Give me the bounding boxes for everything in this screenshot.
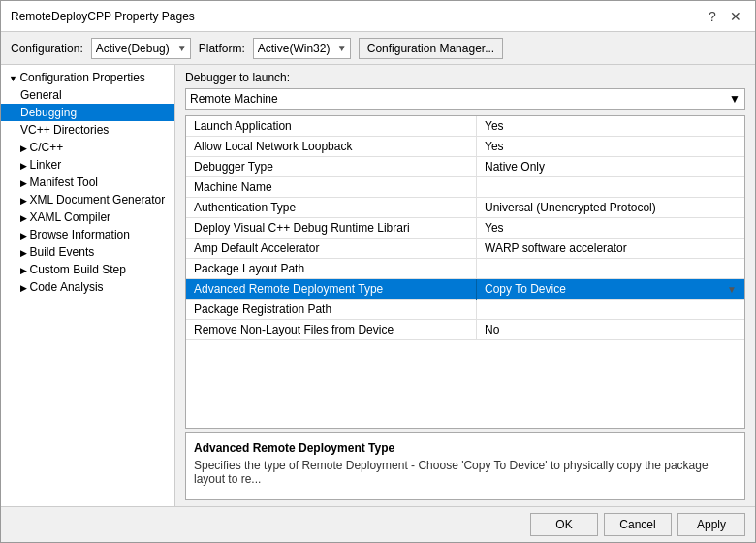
sidebar-item-xaml[interactable]: XAML Compiler: [1, 208, 174, 226]
prop-name: Package Layout Path: [186, 259, 477, 279]
properties-table-wrapper: Launch ApplicationYesAllow Local Network…: [185, 115, 745, 429]
main-window: RemoteDeployCPP Property Pages ? ✕ Confi…: [0, 0, 756, 543]
prop-name: Machine Name: [186, 177, 477, 198]
table-row[interactable]: Package Registration Path: [186, 300, 744, 320]
table-row[interactable]: Allow Local Network LoopbackYes: [186, 137, 744, 157]
help-button[interactable]: ?: [703, 7, 722, 26]
prop-value: No: [477, 320, 744, 340]
config-manager-button[interactable]: Configuration Manager...: [359, 38, 503, 59]
description-title: Advanced Remote Deployment Type: [194, 441, 737, 455]
sidebar-item-xml-doc[interactable]: XML Document Generator: [1, 191, 174, 208]
prop-name: Debugger Type: [186, 157, 477, 177]
bottom-buttons: OK Cancel Apply: [1, 506, 755, 542]
table-row[interactable]: Remove Non-Layout Files from DeviceNo: [186, 320, 744, 340]
debugger-arrow-icon: ▼: [729, 92, 740, 106]
table-row[interactable]: Advanced Remote Deployment TypeCopy To D…: [186, 279, 744, 300]
platform-select[interactable]: Active(Win32): [253, 38, 351, 59]
table-row[interactable]: Amp Default AcceleratorWARP software acc…: [186, 239, 744, 259]
sidebar-item-vc-dirs[interactable]: VC++ Directories: [1, 121, 174, 139]
prop-value: Universal (Unencrypted Protocol): [477, 198, 744, 218]
prop-name: Allow Local Network Loopback: [186, 137, 477, 157]
apply-button[interactable]: Apply: [677, 513, 745, 536]
platform-label: Platform:: [199, 42, 245, 55]
sidebar-item-build-events[interactable]: Build Events: [1, 243, 174, 261]
prop-value: Yes: [477, 137, 744, 157]
content-area: Debugger to launch: Remote Machine ▼ Lau…: [175, 65, 755, 506]
prop-name: Package Registration Path: [186, 300, 477, 320]
cancel-button[interactable]: Cancel: [604, 513, 672, 536]
prop-value: Yes: [477, 116, 744, 137]
prop-value-dropdown-wrapper: Copy To Device▼: [485, 282, 737, 296]
properties-table: Launch ApplicationYesAllow Local Network…: [186, 116, 744, 340]
table-row[interactable]: Machine Name: [186, 177, 744, 198]
prop-value: [477, 177, 744, 198]
table-row[interactable]: Package Layout Path: [186, 259, 744, 279]
prop-name: Advanced Remote Deployment Type: [186, 279, 477, 300]
prop-value: Yes: [477, 218, 744, 239]
prop-value: [477, 300, 744, 320]
prop-value: Native Only: [477, 157, 744, 177]
config-label: Configuration:: [11, 42, 83, 55]
sidebar: Configuration PropertiesGeneralDebugging…: [1, 65, 175, 506]
sidebar-item-config-props[interactable]: Configuration Properties: [1, 69, 174, 86]
config-select[interactable]: Active(Debug): [91, 38, 191, 59]
sidebar-item-debugging[interactable]: Debugging: [1, 104, 174, 121]
title-bar-buttons: ? ✕: [703, 7, 745, 26]
prop-name: Deploy Visual C++ Debug Runtime Librari: [186, 218, 477, 239]
prop-name: Launch Application: [186, 116, 477, 137]
prop-value: Copy To Device▼: [477, 279, 744, 300]
ok-button[interactable]: OK: [530, 513, 598, 536]
window-title: RemoteDeployCPP Property Pages: [11, 10, 195, 23]
close-button[interactable]: ✕: [726, 7, 745, 26]
prop-dropdown-arrow-icon[interactable]: ▼: [727, 284, 737, 295]
table-row[interactable]: Authentication TypeUniversal (Unencrypte…: [186, 198, 744, 218]
debugger-dropdown[interactable]: Remote Machine ▼: [185, 88, 745, 110]
table-row[interactable]: Launch ApplicationYes: [186, 116, 744, 137]
prop-value-text: Copy To Device: [485, 282, 566, 296]
platform-select-wrapper[interactable]: Active(Win32) ▼: [253, 38, 351, 59]
sidebar-item-browse[interactable]: Browse Information: [1, 226, 174, 243]
prop-value: WARP software accelerator: [477, 239, 744, 259]
main-area: Configuration PropertiesGeneralDebugging…: [1, 65, 755, 506]
description-text: Specifies the type of Remote Deployment …: [194, 459, 737, 486]
title-bar: RemoteDeployCPP Property Pages ? ✕: [1, 1, 755, 32]
sidebar-item-manifest[interactable]: Manifest Tool: [1, 174, 174, 191]
table-row[interactable]: Deploy Visual C++ Debug Runtime LibrariY…: [186, 218, 744, 239]
debugger-label: Debugger to launch:: [175, 65, 755, 88]
description-area: Advanced Remote Deployment Type Specifie…: [185, 432, 745, 500]
prop-name: Remove Non-Layout Files from Device: [186, 320, 477, 340]
config-bar: Configuration: Active(Debug) ▼ Platform:…: [1, 32, 755, 65]
config-select-wrapper[interactable]: Active(Debug) ▼: [91, 38, 191, 59]
prop-name: Amp Default Accelerator: [186, 239, 477, 259]
sidebar-item-linker[interactable]: Linker: [1, 156, 174, 174]
sidebar-item-cpp[interactable]: C/C++: [1, 139, 174, 156]
prop-value: [477, 259, 744, 279]
prop-name: Authentication Type: [186, 198, 477, 218]
table-row[interactable]: Debugger TypeNative Only: [186, 157, 744, 177]
debugger-value: Remote Machine: [190, 92, 278, 106]
sidebar-item-code-analysis[interactable]: Code Analysis: [1, 278, 174, 296]
sidebar-item-general[interactable]: General: [1, 86, 174, 104]
sidebar-item-custom-build[interactable]: Custom Build Step: [1, 261, 174, 278]
